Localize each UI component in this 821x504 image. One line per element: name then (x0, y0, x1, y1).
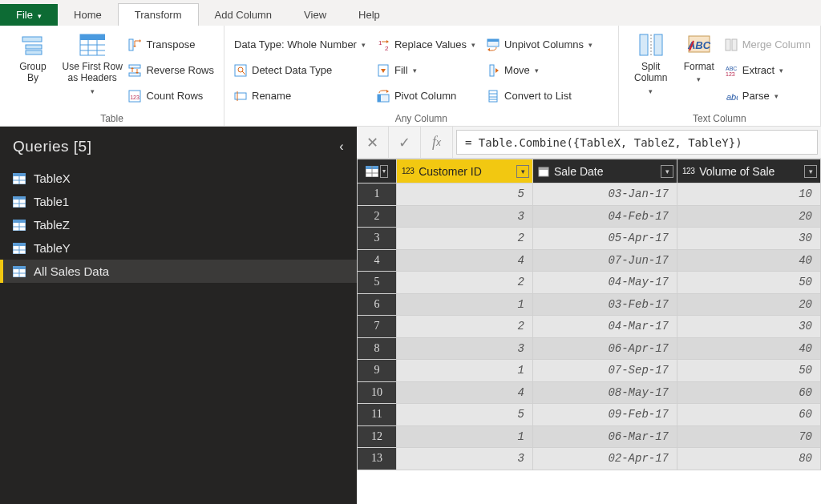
cell-sale-date[interactable]: 03-Jan-17 (533, 183, 677, 206)
formula-fx-button[interactable]: fx (421, 127, 453, 158)
query-list: TableXTable1TableZTableYAll Sales Data (0, 167, 357, 283)
cell-volume[interactable]: 20 (677, 293, 821, 316)
replace-values-button[interactable]: 12 Replace Values (377, 36, 475, 54)
cell-sale-date[interactable]: 07-Jun-17 (533, 249, 677, 272)
cell-customer-id[interactable]: 2 (397, 228, 533, 250)
column-label: Sale Date (554, 165, 603, 178)
formula-input[interactable]: = Table.Combine({TableX, TableZ, TableY}… (456, 130, 818, 155)
cell-volume[interactable]: 40 (677, 249, 821, 272)
queries-collapse-button[interactable]: ‹ (339, 139, 344, 154)
table-row[interactable]: 9 1 07-Sep-17 50 (358, 360, 821, 382)
cell-customer-id[interactable]: 2 (397, 316, 533, 338)
cell-customer-id[interactable]: 1 (397, 425, 533, 448)
detect-data-type-button[interactable]: Detect Data Type (234, 62, 366, 79)
menu-home[interactable]: Home (58, 4, 118, 26)
query-item[interactable]: TableZ (0, 213, 357, 236)
cell-volume[interactable]: 30 (677, 316, 821, 338)
cell-sale-date[interactable]: 08-May-17 (533, 381, 677, 404)
table-row[interactable]: 6 1 03-Feb-17 20 (358, 293, 821, 316)
parse-button[interactable]: abc Parse (725, 87, 811, 105)
group-by-button[interactable]: Group By (6, 29, 59, 111)
cell-sale-date[interactable]: 04-Feb-17 (533, 205, 677, 228)
transpose-button[interactable]: Transpose (128, 36, 214, 54)
count-rows-button[interactable]: 123 Count Rows (128, 87, 214, 105)
cell-volume[interactable]: 30 (677, 228, 821, 250)
move-button[interactable]: Move (487, 62, 592, 79)
table-row[interactable]: 12 1 06-Mar-17 70 (358, 425, 821, 448)
unpivot-columns-button[interactable]: Unpivot Columns (487, 36, 592, 54)
cell-volume[interactable]: 70 (677, 425, 821, 448)
cell-volume[interactable]: 60 (677, 381, 821, 404)
cell-volume[interactable]: 10 (677, 183, 821, 206)
fill-button[interactable]: Fill (377, 62, 475, 79)
column-filter-button[interactable] (516, 165, 529, 178)
cell-customer-id[interactable]: 3 (397, 448, 533, 470)
cell-customer-id[interactable]: 3 (397, 337, 533, 360)
cell-customer-id[interactable]: 4 (397, 249, 533, 272)
cell-volume[interactable]: 80 (677, 448, 821, 470)
table-row[interactable]: 8 3 06-Apr-17 40 (358, 337, 821, 360)
table-row[interactable]: 10 4 08-May-17 60 (358, 381, 821, 404)
menu-add-column[interactable]: Add Column (199, 4, 289, 26)
cell-volume[interactable]: 50 (677, 272, 821, 294)
cell-sale-date[interactable]: 09-Feb-17 (533, 404, 677, 426)
cell-customer-id[interactable]: 1 (397, 360, 533, 382)
convert-to-list-button[interactable]: Convert to List (487, 87, 592, 105)
table-row[interactable]: 11 5 09-Feb-17 60 (358, 404, 821, 426)
cell-volume[interactable]: 60 (677, 404, 821, 426)
pivot-column-button[interactable]: Pivot Column (377, 87, 475, 105)
column-filter-button[interactable] (661, 165, 673, 178)
table-row[interactable]: 2 3 04-Feb-17 20 (358, 205, 821, 228)
menu-help[interactable]: Help (342, 4, 396, 26)
menu-file[interactable]: File ▾ (0, 4, 58, 26)
query-item[interactable]: All Sales Data (0, 260, 357, 283)
column-filter-button[interactable] (804, 165, 817, 178)
grid-corner[interactable] (358, 159, 397, 183)
cell-sale-date[interactable]: 03-Feb-17 (533, 293, 677, 316)
rename-label: Rename (252, 90, 291, 102)
extract-button[interactable]: ABC123 Extract (725, 62, 811, 79)
use-first-row-button[interactable]: Use First Row as Headers (59, 29, 126, 111)
column-header-volume-of-sale[interactable]: 123 Volume of Sale (677, 159, 821, 183)
cell-volume[interactable]: 40 (677, 337, 821, 360)
grid-corner-dropdown[interactable] (380, 165, 388, 178)
formula-cancel-button[interactable]: ✕ (357, 127, 389, 158)
cell-sale-date[interactable]: 06-Apr-17 (533, 337, 677, 360)
cell-sale-date[interactable]: 04-Mar-17 (533, 316, 677, 338)
cell-sale-date[interactable]: 02-Apr-17 (533, 448, 677, 470)
menu-transform[interactable]: Transform (118, 3, 199, 26)
cell-sale-date[interactable]: 04-May-17 (533, 272, 677, 294)
table-row[interactable]: 1 5 03-Jan-17 10 (358, 183, 821, 206)
cell-volume[interactable]: 50 (677, 360, 821, 382)
table-row[interactable]: 5 2 04-May-17 50 (358, 272, 821, 294)
query-item[interactable]: TableY (0, 236, 357, 260)
cell-customer-id[interactable]: 4 (397, 381, 533, 404)
cell-customer-id[interactable]: 5 (397, 183, 533, 206)
cell-sale-date[interactable]: 05-Apr-17 (533, 228, 677, 250)
cell-customer-id[interactable]: 1 (397, 293, 533, 316)
query-item[interactable]: TableX (0, 167, 357, 190)
data-type-dropdown[interactable]: Data Type: Whole Number (234, 36, 366, 54)
svg-rect-40 (640, 34, 648, 55)
cell-volume[interactable]: 20 (677, 205, 821, 228)
rename-button[interactable]: Rename (234, 87, 366, 105)
table-row[interactable]: 13 3 02-Apr-17 80 (358, 448, 821, 470)
merge-columns-button[interactable]: Merge Column (725, 36, 811, 54)
cell-sale-date[interactable]: 06-Mar-17 (533, 425, 677, 448)
table-row[interactable]: 3 2 05-Apr-17 30 (358, 228, 821, 250)
format-button[interactable]: ABC Format (677, 29, 722, 111)
cell-sale-date[interactable]: 07-Sep-17 (533, 360, 677, 382)
column-header-customer-id[interactable]: 123 Customer ID (397, 159, 533, 183)
column-header-sale-date[interactable]: Sale Date (533, 159, 677, 183)
split-column-button[interactable]: Split Column (625, 29, 677, 111)
table-row[interactable]: 7 2 04-Mar-17 30 (358, 316, 821, 338)
cell-customer-id[interactable]: 5 (397, 404, 533, 426)
query-item[interactable]: Table1 (0, 190, 357, 213)
table-row[interactable]: 4 4 07-Jun-17 40 (358, 249, 821, 272)
cell-customer-id[interactable]: 3 (397, 205, 533, 228)
svg-rect-29 (378, 95, 381, 102)
menu-view[interactable]: View (288, 4, 342, 26)
formula-accept-button[interactable]: ✓ (389, 127, 421, 158)
cell-customer-id[interactable]: 2 (397, 272, 533, 294)
reverse-rows-button[interactable]: Reverse Rows (128, 62, 214, 79)
